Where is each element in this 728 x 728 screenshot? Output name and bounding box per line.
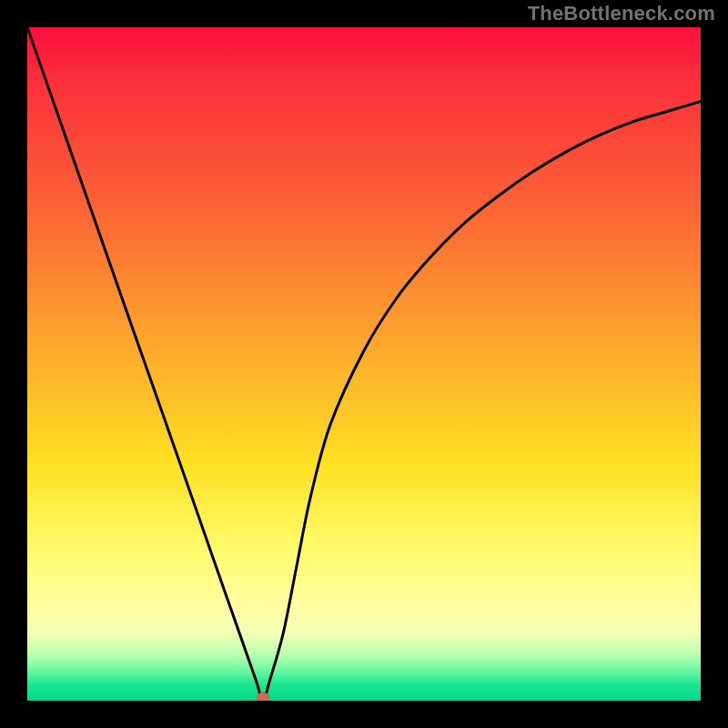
curve-svg [27, 27, 701, 701]
min-point-marker [258, 693, 269, 701]
chart-frame: TheBottleneck.com [0, 0, 728, 728]
bottleneck-curve [27, 27, 701, 701]
plot-area [27, 27, 701, 701]
watermark-text: TheBottleneck.com [528, 2, 715, 25]
